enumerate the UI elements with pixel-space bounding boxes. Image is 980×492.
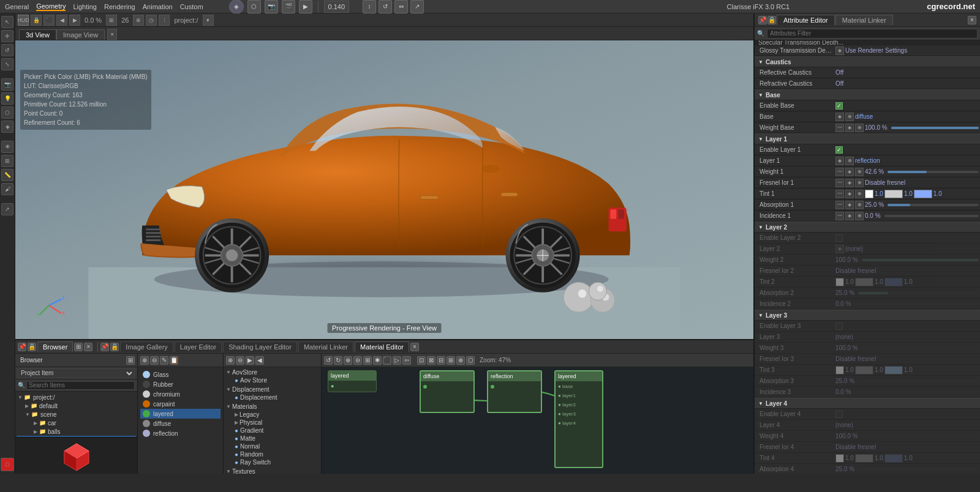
attr-icon-t1c[interactable]: ⊕ <box>855 190 864 198</box>
attr-icon-a1b[interactable]: ◈ <box>845 201 854 209</box>
viewport-btn-a[interactable]: ⬛ <box>43 15 55 26</box>
attr-icon-i1a[interactable]: 〰 <box>835 212 844 220</box>
attr-icon-l1b[interactable]: ⊕ <box>845 157 854 165</box>
matlib-materials[interactable]: ▼ Materials <box>225 403 320 411</box>
matlib-legacy[interactable]: ▶ Legacy <box>225 411 320 419</box>
menu-animation[interactable]: Animation <box>143 3 173 10</box>
menu-general[interactable]: General <box>5 3 29 10</box>
color-swatch-t4c[interactable] <box>884 454 903 463</box>
matlib-aovstore[interactable]: ▼ AovStore <box>225 368 320 376</box>
attr-checkbox-l3[interactable] <box>835 322 843 330</box>
attr-icon-l1a[interactable]: ◈ <box>835 157 844 165</box>
node-btn7[interactable]: ⬛ <box>383 356 391 365</box>
attr-filter-input[interactable] <box>767 29 978 39</box>
attr-checkbox-enable-base[interactable] <box>835 102 843 110</box>
tab-image-view[interactable]: Image View <box>56 29 105 40</box>
section-header-layer1[interactable]: ▼ Layer 1 <box>755 133 980 144</box>
tree-arrow[interactable]: ▼ <box>18 395 23 400</box>
attr-icon-f1b[interactable]: ◈ <box>845 179 854 187</box>
attr-slider-w4[interactable] <box>862 435 979 438</box>
section-header-base[interactable]: ▼ Base <box>755 89 980 100</box>
sidebar-icon-mat[interactable]: ◈ <box>1 121 13 133</box>
mat-editor-lock[interactable]: 🔒 <box>110 343 119 351</box>
node-layered[interactable]: layered ● <box>328 370 377 392</box>
sidebar-icon-grid[interactable]: ⊞ <box>1 155 13 167</box>
viewport-btn-f[interactable]: ◷ <box>146 15 157 26</box>
tab-image-gallery[interactable]: Image Gallery <box>120 341 173 352</box>
sidebar-icon-rotate[interactable]: ↺ <box>1 44 13 56</box>
attr-slider-i3[interactable] <box>855 391 979 393</box>
matlib-normal[interactable]: ● Normal <box>225 442 320 450</box>
node-layered-output[interactable]: layered ● base ● layer1 ● layer2 ● layer… <box>554 370 603 468</box>
matlib-random[interactable]: ● Random <box>225 450 320 458</box>
matlib-ray-switch[interactable]: ● Ray Switch <box>225 458 320 466</box>
node-btn6[interactable]: ✱ <box>373 356 382 365</box>
node-btn12[interactable]: ⊟ <box>437 356 445 365</box>
color-swatch-t2c[interactable] <box>884 278 903 286</box>
viewport-btn-d[interactable]: ⊞ <box>106 15 117 26</box>
mat-toolbar-btn2[interactable]: ⊖ <box>150 356 159 365</box>
node-btn13[interactable]: ⊞ <box>447 356 455 365</box>
menu-lighting[interactable]: Lighting <box>73 3 97 10</box>
toolbar-rotate[interactable]: ↺ <box>379 0 392 13</box>
attr-slider-a4[interactable] <box>858 468 979 471</box>
attr-icon-wb3[interactable]: ⊕ <box>855 124 864 132</box>
viewport-hud-btn[interactable]: HUD <box>18 15 29 26</box>
attr-icon-f1c[interactable]: ⊕ <box>855 179 864 187</box>
matlib-btn2[interactable]: ⊖ <box>236 356 244 365</box>
sidebar-icon-scale[interactable]: ⤡ <box>1 58 13 70</box>
attr-icon2[interactable]: ⊕ <box>845 113 854 121</box>
toolbar-btn-2[interactable]: ⬡ <box>247 0 261 13</box>
mat-diffuse[interactable]: diffuse <box>140 419 221 428</box>
tree-arrow[interactable]: ▶ <box>34 429 37 434</box>
mat-layered[interactable]: layered <box>140 409 221 419</box>
rp-lock[interactable]: 🔒 <box>767 16 776 24</box>
color-circle-t1[interactable] <box>865 190 873 198</box>
attr-slider-wb[interactable] <box>891 127 979 129</box>
attr-checkbox-l1[interactable] <box>835 146 843 154</box>
tree-item-car[interactable]: ▶ 📁 car <box>17 419 136 427</box>
color-swatch-t3c[interactable] <box>884 366 903 375</box>
browser-lock[interactable]: 🔒 <box>28 343 36 351</box>
node-reflection[interactable]: reflection <box>487 370 542 413</box>
attr-icon-a1a[interactable]: 〰 <box>835 201 844 209</box>
viewport-canvas[interactable]: Picker: Pick Color (LMB) Pick Material (… <box>15 40 753 339</box>
sidebar-icon-select[interactable]: ↖ <box>1 16 13 28</box>
project-selector[interactable]: Project Item <box>18 368 135 378</box>
toolbar-arrow[interactable]: ↗ <box>410 0 424 13</box>
color-swatch-t4b[interactable] <box>855 454 873 463</box>
sidebar-icon-measure[interactable]: 📏 <box>1 169 13 181</box>
matlib-aov-store-item[interactable]: ● Aov Store <box>225 376 320 384</box>
node-btn9[interactable]: ⇦ <box>402 356 411 365</box>
attr-icon-wb2[interactable]: ◈ <box>845 124 854 132</box>
tab-attribute-editor[interactable]: Attribute Editor <box>777 15 835 25</box>
mat-editor-tab-close[interactable]: × <box>410 343 419 351</box>
tree-item-scene[interactable]: ▼ 📁 scene <box>17 410 136 419</box>
rp-close[interactable]: × <box>968 16 976 24</box>
mat-carpaint[interactable]: carpaint <box>140 399 221 409</box>
attr-slider-a1[interactable] <box>888 204 979 206</box>
node-btn15[interactable]: ⬡ <box>466 356 475 365</box>
menu-custom[interactable]: Custom <box>180 3 203 10</box>
sidebar-icon-move[interactable]: ✛ <box>1 30 13 42</box>
tab-shading-layer[interactable]: Shading Layer Editor <box>223 341 297 352</box>
mat-editor-pin[interactable]: 📌 <box>100 343 109 351</box>
viewport-lock-btn[interactable]: 🔒 <box>31 15 42 26</box>
viewport-dropdown[interactable]: ▾ <box>203 15 214 26</box>
matlib-displacement[interactable]: ▼ Displacement <box>225 386 320 393</box>
viewport-btn-c[interactable]: ▶ <box>69 15 80 26</box>
mat-reflection[interactable]: reflection <box>140 428 221 438</box>
tab-3d-view[interactable]: 3d View <box>19 29 56 40</box>
tab-material-linker-right[interactable]: Material Linker <box>835 15 893 25</box>
attr-icon-w1c[interactable]: ⊕ <box>855 168 864 176</box>
mat-toolbar-btn4[interactable]: 📋 <box>170 356 178 365</box>
menu-rendering[interactable]: Rendering <box>104 3 135 10</box>
sidebar-icon-light[interactable]: 💡 <box>1 92 13 105</box>
tree-item-balls[interactable]: ▶ 📁 balls <box>17 427 136 436</box>
sidebar-icon-eye[interactable]: 👁 <box>1 141 13 153</box>
section-header-layer3[interactable]: ▼ Layer 3 <box>755 310 980 321</box>
color-circle-t4[interactable] <box>835 454 844 463</box>
attr-icon-wb1[interactable]: 〰 <box>835 124 844 132</box>
matlib-physical[interactable]: ▶ Physical <box>225 419 320 427</box>
viewport-btn-b[interactable]: ◀ <box>56 15 67 26</box>
